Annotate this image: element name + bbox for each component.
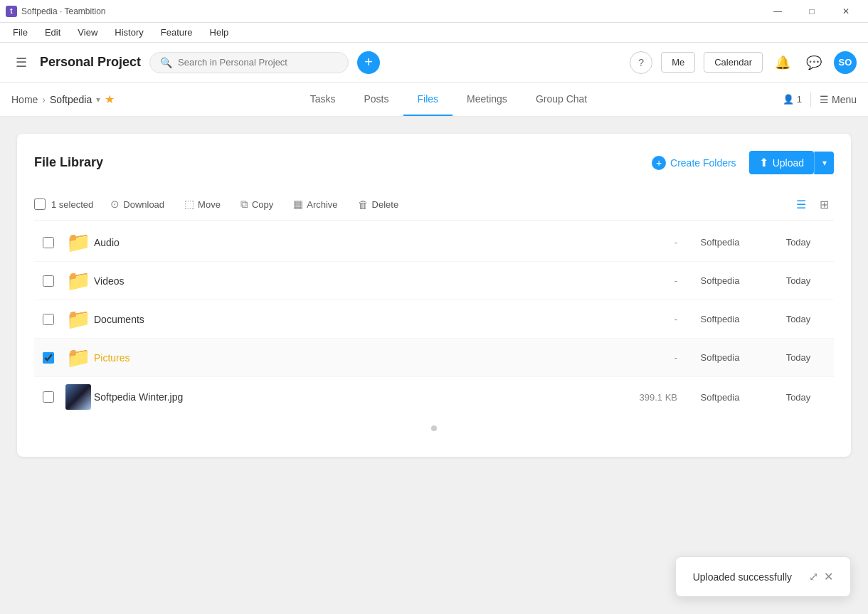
- title-bar-controls: — □ ✕: [761, 0, 862, 23]
- header-actions: + Create Folders ⬆ Upload ▾: [645, 151, 834, 174]
- file-date: Today: [763, 392, 834, 403]
- file-size: -: [592, 352, 677, 363]
- maximize-button[interactable]: □: [795, 0, 828, 23]
- file-date: Today: [763, 275, 834, 286]
- file-checkbox[interactable]: [43, 314, 54, 325]
- file-thumbnail: [65, 384, 91, 410]
- notification-button[interactable]: 🔔: [771, 51, 794, 74]
- file-checkbox-wrapper: [34, 391, 63, 403]
- me-button[interactable]: Me: [661, 52, 695, 73]
- breadcrumb-separator: ›: [42, 94, 46, 105]
- file-size: 399.1 KB: [592, 392, 677, 403]
- file-checkbox[interactable]: [43, 352, 54, 364]
- tab-group-chat[interactable]: Group Chat: [522, 83, 601, 116]
- tab-files[interactable]: Files: [403, 83, 453, 116]
- breadcrumb-current[interactable]: Softpedia: [50, 94, 92, 105]
- table-row: 📁 Documents - Softpedia Today: [34, 300, 834, 339]
- menu-file[interactable]: File: [6, 24, 35, 41]
- file-checkbox-wrapper: [34, 275, 63, 287]
- view-toggle: ☰ ⊞: [791, 194, 834, 214]
- file-owner: Softpedia: [677, 352, 763, 363]
- divider: [810, 92, 811, 107]
- delete-button[interactable]: 🗑 Delete: [349, 195, 408, 214]
- upload-toast: Uploaded successfully ⤢ ✕: [675, 556, 851, 597]
- menu-feature[interactable]: Feature: [154, 24, 200, 41]
- file-icon: 📁: [63, 231, 94, 254]
- search-icon: 🔍: [160, 57, 172, 68]
- main-content: File Library + Create Folders ⬆ Upload ▾…: [0, 117, 868, 614]
- download-icon: ⊙: [110, 198, 120, 211]
- create-folders-icon: +: [652, 156, 666, 170]
- avatar[interactable]: SO: [834, 51, 857, 74]
- app-toolbar: ☰ Personal Project 🔍 + ? Me Calendar 🔔 💬…: [0, 43, 868, 83]
- file-checkbox[interactable]: [43, 237, 54, 248]
- tab-meetings[interactable]: Meetings: [452, 83, 522, 116]
- file-name[interactable]: Videos: [94, 275, 592, 287]
- create-folders-label: Create Folders: [670, 157, 736, 169]
- download-button[interactable]: ⊙ Download: [102, 194, 173, 214]
- file-icon: 📁: [63, 269, 94, 292]
- archive-icon: ▦: [293, 198, 303, 211]
- delete-label: Delete: [372, 199, 399, 210]
- menu-edit[interactable]: Edit: [38, 24, 68, 41]
- folder-icon: 📁: [66, 307, 91, 331]
- list-icon: ☰: [820, 94, 829, 105]
- upload-label: Upload: [773, 157, 804, 169]
- folder-icon: 📁: [66, 346, 91, 369]
- menu-help[interactable]: Help: [203, 24, 236, 41]
- search-input[interactable]: [178, 57, 338, 68]
- members-count: 1: [797, 94, 802, 105]
- create-folders-button[interactable]: + Create Folders: [645, 152, 743, 174]
- folder-icon: 📁: [66, 269, 91, 292]
- grid-view-button[interactable]: ⊞: [814, 194, 834, 214]
- file-owner: Softpedia: [677, 392, 763, 403]
- file-checkbox[interactable]: [43, 391, 54, 403]
- star-icon[interactable]: ★: [105, 92, 115, 106]
- file-icon: 📁: [63, 307, 94, 331]
- file-name[interactable]: Softpedia Winter.jpg: [94, 391, 592, 403]
- title-bar: t Softpedia · Teambition — □ ✕: [0, 0, 868, 23]
- menu-button[interactable]: ☰ Menu: [820, 94, 857, 105]
- help-button[interactable]: ?: [630, 51, 652, 74]
- menu-history[interactable]: History: [107, 24, 150, 41]
- project-title: Personal Project: [40, 55, 141, 70]
- project-nav: Home › Softpedia ▾ ★ Tasks Posts Files M…: [0, 83, 868, 117]
- add-button[interactable]: +: [357, 51, 380, 74]
- calendar-button[interactable]: Calendar: [704, 52, 763, 73]
- upload-dropdown[interactable]: ▾: [814, 152, 834, 174]
- toast-close-button[interactable]: ✕: [824, 570, 833, 583]
- close-button[interactable]: ✕: [830, 0, 862, 23]
- tab-posts[interactable]: Posts: [349, 83, 403, 116]
- minimize-button[interactable]: —: [761, 0, 794, 23]
- file-icon: [63, 384, 94, 410]
- file-name[interactable]: Audio: [94, 237, 592, 248]
- file-owner: Softpedia: [677, 237, 763, 248]
- file-owner: Softpedia: [677, 314, 763, 324]
- chat-button[interactable]: 💬: [803, 51, 825, 74]
- chevron-down-icon[interactable]: ▾: [96, 95, 100, 105]
- archive-button[interactable]: ▦ Archive: [285, 194, 346, 214]
- file-owner: Softpedia: [677, 275, 763, 286]
- list-view-button[interactable]: ☰: [791, 194, 811, 214]
- breadcrumb-home[interactable]: Home: [11, 94, 38, 105]
- file-name[interactable]: Documents: [94, 314, 592, 325]
- file-name[interactable]: Pictures: [94, 352, 592, 364]
- toast-message: Uploaded successfully: [693, 571, 792, 583]
- move-button[interactable]: ⬚ Move: [176, 194, 229, 214]
- tab-tasks[interactable]: Tasks: [296, 83, 350, 116]
- file-size: -: [592, 314, 677, 324]
- hamburger-button[interactable]: ☰: [11, 53, 31, 73]
- toast-expand-button[interactable]: ⤢: [809, 570, 818, 583]
- menu-view[interactable]: View: [70, 24, 105, 41]
- upload-button[interactable]: ⬆ Upload: [749, 151, 814, 174]
- file-date: Today: [763, 314, 834, 324]
- file-checkbox[interactable]: [43, 275, 54, 287]
- delete-icon: 🗑: [358, 199, 369, 211]
- select-all-checkbox[interactable]: [34, 199, 46, 210]
- menu-bar: File Edit View History Feature Help: [0, 23, 868, 43]
- file-size: -: [592, 237, 677, 248]
- copy-button[interactable]: ⧉ Copy: [232, 194, 282, 214]
- members-button[interactable]: 👤 1: [783, 94, 802, 105]
- menu-label: Menu: [832, 94, 857, 105]
- app-icon: t: [6, 6, 17, 17]
